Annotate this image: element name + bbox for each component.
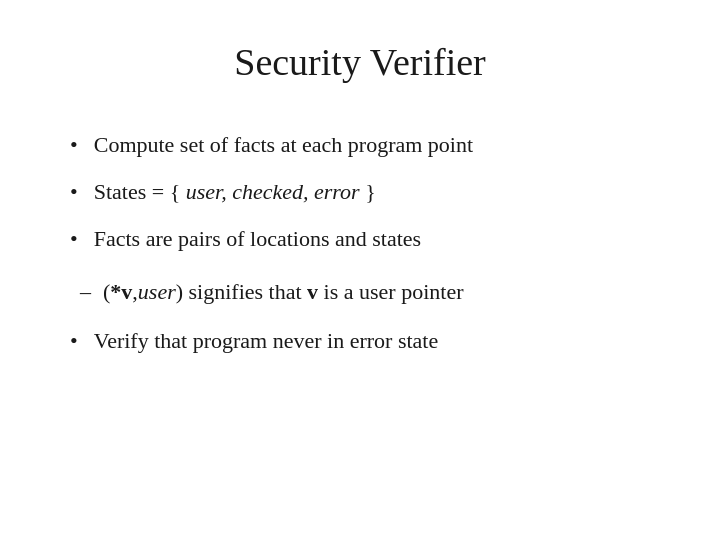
bullet-dot-4: •	[70, 324, 78, 357]
bold-v-2: v	[307, 279, 318, 304]
sub-text-1: (*v,user) signifies that v is a user poi…	[103, 275, 660, 308]
slide: Security Verifier • Compute set of facts…	[0, 0, 720, 540]
content-area: • Compute set of facts at each program p…	[60, 124, 660, 361]
states-italic: user, checked, error	[186, 179, 365, 204]
bullet-item-4: • Verify that program never in error sta…	[60, 320, 660, 361]
sub-bullet-1: – (*v,user) signifies that v is a user p…	[80, 271, 660, 312]
bullet-text-1: Compute set of facts at each program poi…	[94, 128, 660, 161]
main-bullet-group: • Compute set of facts at each program p…	[60, 124, 660, 259]
bullet-item-2: • States = { user, checked, error }	[60, 171, 660, 212]
bold-v-1: *v	[110, 279, 132, 304]
bullet-dot-1: •	[70, 128, 78, 161]
bullet-dot-2: •	[70, 175, 78, 208]
italic-user: user	[138, 279, 176, 304]
bullet-text-4: Verify that program never in error state	[94, 324, 660, 357]
sub-dash: –	[80, 275, 91, 308]
bullet-dot-3: •	[70, 222, 78, 255]
bullet-text-3: Facts are pairs of locations and states	[94, 222, 660, 255]
bullet-item-3: • Facts are pairs of locations and state…	[60, 218, 660, 259]
bullet-text-2: States = { user, checked, error }	[94, 175, 660, 208]
bullet-item-1: • Compute set of facts at each program p…	[60, 124, 660, 165]
slide-title: Security Verifier	[60, 40, 660, 84]
